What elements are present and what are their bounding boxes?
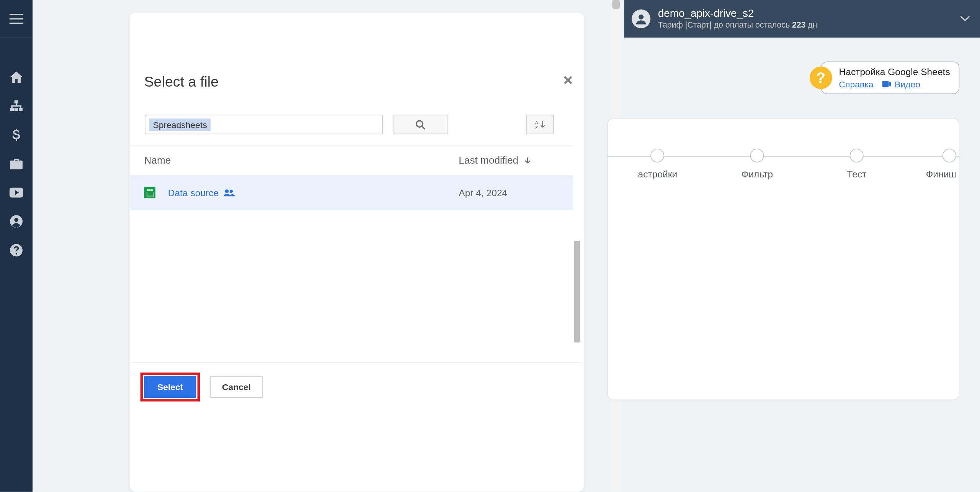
step-circle xyxy=(942,149,956,162)
shared-icon xyxy=(224,189,235,197)
select-button-highlight: Select xyxy=(140,372,200,401)
file-table: Name Last modified Data source Apr 4, 20… xyxy=(130,146,573,210)
search-icon xyxy=(415,120,425,130)
step-circle xyxy=(651,149,665,162)
step-settings[interactable]: астройки xyxy=(608,149,707,179)
step-finish[interactable]: Финиш xyxy=(906,149,956,179)
spreadsheet-icon xyxy=(144,187,155,198)
file-picker-modal: Select a file ✕ Spreadsheets AZ Name Las… xyxy=(0,0,980,492)
filter-chip-spreadsheets[interactable]: Spreadsheets xyxy=(149,118,211,131)
file-list-scrollbar-thumb[interactable] xyxy=(574,241,580,343)
search-button[interactable] xyxy=(394,115,448,134)
file-row[interactable]: Data source Apr 4, 2024 xyxy=(130,175,573,210)
file-name: Data source xyxy=(168,187,459,198)
close-button[interactable]: ✕ xyxy=(563,74,573,87)
modal-footer: Select Cancel xyxy=(130,362,581,402)
svg-point-17 xyxy=(416,120,423,126)
svg-line-18 xyxy=(422,126,425,129)
cancel-button[interactable]: Cancel xyxy=(210,376,263,398)
svg-point-22 xyxy=(230,190,233,193)
svg-point-21 xyxy=(225,189,229,193)
help-badge[interactable]: ? xyxy=(810,66,832,89)
sort-options-button[interactable]: AZ xyxy=(526,115,554,134)
step-test[interactable]: Тест xyxy=(807,149,906,179)
file-modified: Apr 4, 2024 xyxy=(459,187,559,198)
table-header-row: Name Last modified xyxy=(130,146,573,175)
step-circle xyxy=(850,149,864,162)
step-circle xyxy=(750,149,764,162)
modal-title: Select a file xyxy=(144,74,219,90)
search-input-container[interactable]: Spreadsheets xyxy=(145,115,383,134)
close-icon: ✕ xyxy=(563,74,573,87)
column-header-modified[interactable]: Last modified xyxy=(459,155,559,166)
sort-az-icon: AZ xyxy=(535,120,545,130)
select-button[interactable]: Select xyxy=(144,376,196,398)
arrow-down-icon xyxy=(523,156,532,165)
step-filter[interactable]: Фильтр xyxy=(707,149,807,179)
column-header-name[interactable]: Name xyxy=(144,155,459,166)
file-list-scrollbar[interactable] xyxy=(574,241,580,358)
svg-text:Z: Z xyxy=(535,125,538,130)
svg-text:A: A xyxy=(535,120,538,125)
